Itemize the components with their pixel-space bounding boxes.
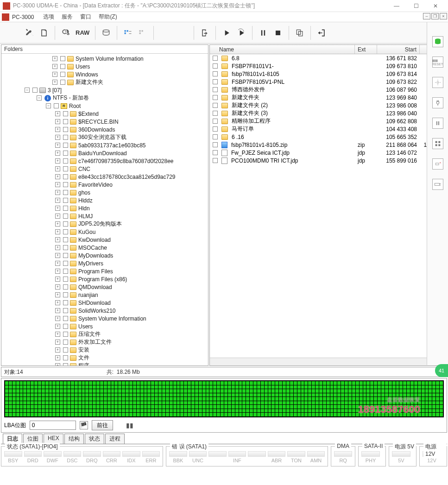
tree-row[interactable]: +System Volume Information: [1, 55, 208, 63]
tree-row[interactable]: +$Extend: [1, 110, 208, 118]
checkbox[interactable]: [63, 332, 68, 337]
raw-button[interactable]: RAW: [74, 26, 91, 40]
expander-icon[interactable]: +: [55, 135, 60, 140]
list-row[interactable]: Fw_PJEZ Seica ICT.jdpjdp123 146 07219 77…: [210, 149, 447, 157]
expander-icon[interactable]: +: [55, 316, 60, 321]
tree-row[interactable]: +HLMJ: [1, 212, 208, 220]
expander-icon[interactable]: +: [55, 277, 60, 282]
expander-icon[interactable]: +: [55, 347, 60, 353]
col-start[interactable]: Start: [377, 45, 420, 54]
list-row[interactable]: 马哥订单104 433 4081 064: [210, 125, 447, 133]
tree-row[interactable]: −iNTFS - 新加卷: [1, 94, 208, 102]
checkbox[interactable]: [60, 56, 65, 61]
exit-button[interactable]: [315, 26, 328, 40]
maximize-button[interactable]: ☐: [406, 0, 426, 12]
checkbox[interactable]: [213, 126, 218, 132]
tree-row[interactable]: +KwDownload: [1, 236, 208, 244]
list-row[interactable]: fsbp7f8101v1-8105.zipzip211 868 064108 4…: [210, 141, 447, 149]
checkbox[interactable]: [54, 103, 59, 108]
search-button[interactable]: [59, 26, 73, 40]
tree-row[interactable]: +Hldn: [1, 204, 208, 212]
tree-row[interactable]: +ruanjian: [1, 291, 208, 299]
expander-icon[interactable]: +: [55, 174, 60, 179]
checkbox[interactable]: [63, 174, 68, 179]
tree-row[interactable]: +FavoriteVideo: [1, 181, 208, 189]
checkbox[interactable]: [63, 190, 68, 195]
col-name[interactable]: Name: [210, 45, 355, 54]
checkbox[interactable]: [213, 56, 218, 61]
checkbox[interactable]: [213, 158, 218, 163]
tab-进程[interactable]: 进程: [105, 434, 125, 444]
stop-button[interactable]: [271, 26, 285, 40]
checkbox[interactable]: [63, 135, 68, 140]
tab-状态[interactable]: 状态: [85, 434, 104, 444]
disconnect-icon[interactable]: [432, 158, 443, 170]
reset-icon[interactable]: ▮▮▮RESET: [432, 57, 443, 68]
expander-icon[interactable]: +: [55, 166, 60, 171]
scrollbar-h[interactable]: [210, 358, 447, 365]
play-loop-button[interactable]: [234, 26, 248, 40]
list-row[interactable]: fsbp7f8101v1-8105109 673 8146 305: [210, 70, 447, 78]
menu-帮助(Z)[interactable]: 帮助(Z): [95, 13, 120, 21]
checkbox[interactable]: [63, 245, 68, 250]
checkbox[interactable]: [63, 269, 68, 274]
list-row[interactable]: 博西德外发件106 087 9602 719: [210, 86, 447, 94]
expander-icon[interactable]: +: [55, 237, 60, 242]
pause-small-icon[interactable]: ▮▮: [126, 422, 133, 429]
sector-map[interactable]: [4, 380, 444, 417]
expander-icon[interactable]: +: [55, 253, 60, 258]
sensor-icon[interactable]: [432, 77, 443, 88]
checkbox[interactable]: [63, 206, 68, 211]
expander-icon[interactable]: +: [55, 261, 60, 266]
checkbox[interactable]: [63, 308, 68, 313]
tree-row[interactable]: +360Downloads: [1, 126, 208, 133]
minimize-button[interactable]: —: [387, 0, 406, 12]
tree-row[interactable]: +Program Files: [1, 267, 208, 275]
checkbox[interactable]: [60, 72, 65, 77]
tree-row[interactable]: +Program Files (x86): [1, 275, 208, 283]
checkbox[interactable]: [63, 143, 68, 148]
expander-icon[interactable]: +: [55, 292, 60, 297]
tree-row[interactable]: +e8e43cc1876780cc3caa812e5d9ac729: [1, 173, 208, 181]
checkbox[interactable]: [63, 316, 68, 321]
tab-日志[interactable]: 日志: [3, 434, 22, 444]
expander-icon[interactable]: −: [46, 103, 51, 108]
lba-input[interactable]: [30, 421, 76, 430]
checkbox[interactable]: [63, 340, 68, 345]
pause-button[interactable]: [256, 26, 270, 40]
pause-side-icon[interactable]: [432, 118, 443, 129]
play-button[interactable]: [220, 26, 233, 40]
tree-row[interactable]: +CNC: [1, 165, 208, 173]
checkbox[interactable]: [213, 150, 218, 155]
export-button[interactable]: [198, 26, 212, 40]
expander-icon[interactable]: +: [55, 332, 60, 337]
list-row[interactable]: 6.8136 671 83233 303: [210, 54, 447, 62]
file-list[interactable]: 6.8136 671 83233 303FSBP7F8101V1-109 673…: [210, 54, 447, 358]
tree-row[interactable]: +$RECYCLE.BIN: [1, 118, 208, 126]
connector-icon[interactable]: [432, 179, 443, 190]
close-button[interactable]: ✕: [426, 0, 445, 12]
expander-icon[interactable]: +: [55, 269, 60, 274]
expander-icon[interactable]: +: [55, 151, 60, 156]
go-button[interactable]: 前往: [92, 420, 113, 430]
menu-选项[interactable]: 选项: [39, 13, 58, 21]
tree-row[interactable]: +Users: [1, 322, 208, 330]
expander-icon[interactable]: +: [52, 80, 57, 85]
list-row[interactable]: 精雕待加工程序109 662 8086 294: [210, 117, 447, 125]
tree-row[interactable]: +MSOCache: [1, 244, 208, 252]
expander-icon[interactable]: +: [55, 324, 60, 329]
expander-icon[interactable]: +: [55, 143, 60, 148]
expander-icon[interactable]: +: [55, 245, 60, 250]
tree-row[interactable]: +新建文件夹: [1, 78, 208, 86]
expander-icon[interactable]: +: [55, 284, 60, 290]
list-row[interactable]: 新建文件夹 (2)123 986 00820 617: [210, 101, 447, 109]
checkbox[interactable]: [63, 229, 68, 234]
lba-flag-icon[interactable]: 🏴: [80, 421, 88, 429]
tree-row[interactable]: +Windows: [1, 70, 208, 78]
tree-row[interactable]: +压缩文件: [1, 330, 208, 338]
checkbox[interactable]: [63, 277, 68, 282]
script-button[interactable]: [37, 26, 51, 40]
tab-位图[interactable]: 位图: [23, 434, 43, 444]
expander-icon[interactable]: +: [55, 308, 60, 313]
checkbox[interactable]: [63, 363, 68, 365]
